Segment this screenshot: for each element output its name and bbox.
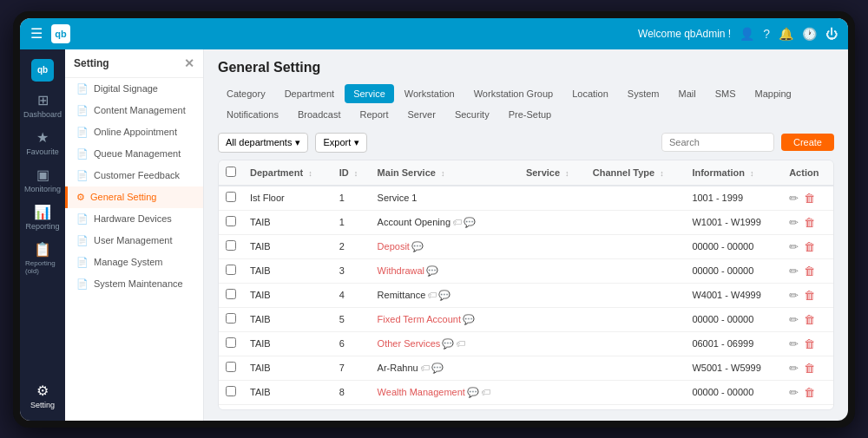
sidebar-item-monitoring[interactable]: ▣ Monitoring [23, 162, 62, 198]
nav-item-label: Manage System [94, 257, 162, 267]
notification-icon[interactable]: 🔔 [779, 27, 793, 41]
edit-icon[interactable]: ✏ [789, 386, 799, 399]
search-input[interactable] [661, 133, 774, 152]
row-action: ✏ 🗑 [782, 331, 833, 356]
tab-sms[interactable]: SMS [707, 84, 745, 103]
edit-icon[interactable]: ✏ [789, 192, 799, 205]
tab-system[interactable]: System [619, 84, 668, 103]
row-checkbox[interactable] [226, 386, 236, 396]
row-main-service[interactable]: Other Services💬🏷 [371, 331, 519, 356]
row-checkbox[interactable] [226, 337, 236, 348]
time-icon[interactable]: 🕐 [802, 27, 817, 41]
table-row: TAIB 5 Fixed Term Account💬 00000 - 00000… [219, 307, 833, 331]
tab-workstation-group[interactable]: Workstation Group [465, 84, 562, 103]
row-checkbox[interactable] [226, 240, 236, 251]
tab-workstation[interactable]: Workstation [396, 84, 464, 103]
hamburger-icon[interactable]: ☰ [30, 25, 43, 42]
th-action: Action [782, 160, 833, 186]
tab-mail[interactable]: Mail [669, 84, 704, 103]
tab-department[interactable]: Department [276, 84, 343, 103]
sidebar-item-favourite[interactable]: ★ Favourite [23, 125, 62, 160]
row-checkbox[interactable] [226, 289, 236, 299]
row-checkbox[interactable] [226, 265, 236, 275]
table-row: Ist Floor 1 Service 1 1001 - 1999 ✏ 🗑 [219, 186, 833, 211]
tab-report[interactable]: Report [351, 105, 397, 124]
row-service [519, 234, 586, 258]
row-main-service[interactable]: Deposit💬 [371, 234, 519, 258]
row-main-service[interactable]: ASNB [371, 404, 519, 410]
nav-item-user-management[interactable]: 📄 User Management [65, 230, 203, 252]
row-department: Ist Floor [243, 186, 332, 211]
delete-icon[interactable]: 🗑 [804, 216, 815, 229]
row-checkbox[interactable] [226, 313, 236, 324]
create-button[interactable]: Create [781, 134, 834, 151]
delete-icon[interactable]: 🗑 [804, 362, 815, 375]
sidebar-item-dashboard[interactable]: ⊞ Dashboard [23, 88, 62, 123]
select-all-checkbox[interactable] [226, 167, 236, 177]
row-department: TAIB [243, 258, 332, 283]
delete-icon[interactable]: 🗑 [804, 289, 815, 302]
tab-broadcast[interactable]: Broadcast [289, 105, 350, 124]
edit-icon[interactable]: ✏ [789, 265, 799, 278]
row-checkbox[interactable] [226, 216, 236, 226]
tab-category[interactable]: Category [218, 84, 274, 103]
row-main-service[interactable]: Withdrawal💬 [371, 258, 519, 283]
row-main-service[interactable]: Wealth Management💬🏷 [371, 380, 519, 404]
edit-icon[interactable]: ✏ [789, 337, 799, 350]
row-checkbox[interactable] [226, 362, 236, 372]
tab-notifications[interactable]: Notifications [218, 105, 287, 124]
nav-item-system-maintenance[interactable]: 📄 System Maintenance [65, 273, 203, 295]
nav-item-customer-feedback[interactable]: 📄 Customer Feedback [65, 165, 203, 186]
nav-item-online-appointment[interactable]: 📄 Online Appointment [65, 121, 203, 143]
row-checkbox[interactable] [226, 192, 236, 202]
tab-pre-setup[interactable]: Pre-Setup [500, 105, 561, 124]
delete-icon[interactable]: 🗑 [804, 240, 815, 253]
row-main-service[interactable]: Service 1 [371, 186, 519, 211]
row-information: 00000 - 00000 [685, 380, 782, 404]
row-service [519, 380, 586, 404]
sidebar-item-reporting-old[interactable]: 📋 Reporting (old) [23, 237, 62, 279]
power-icon[interactable]: ⏻ [825, 27, 838, 41]
sidebar-item-reporting[interactable]: 📊 Reporting [23, 199, 62, 235]
tab-bar: Category Department Service Workstation … [218, 84, 834, 124]
departments-dropdown[interactable]: All departments ▾ [218, 133, 308, 153]
edit-icon[interactable]: ✏ [789, 362, 799, 375]
user-management-icon: 📄 [76, 235, 89, 246]
row-main-service[interactable]: Account Opening🏷💬 [371, 210, 519, 234]
delete-icon[interactable]: 🗑 [804, 386, 815, 399]
export-dropdown[interactable]: Export ▾ [315, 133, 367, 153]
nav-item-general-setting[interactable]: ⚙ General Setting [65, 186, 203, 208]
edit-icon[interactable]: ✏ [789, 216, 799, 229]
user-icon[interactable]: 👤 [740, 27, 754, 41]
row-information: 00000 - 00000 [685, 307, 782, 331]
row-main-service[interactable]: Ar-Rahnu🏷💬 [371, 356, 519, 380]
tab-service[interactable]: Service [345, 84, 394, 103]
nav-item-label: System Maintenance [94, 278, 183, 289]
edit-icon[interactable]: ✏ [789, 289, 799, 302]
delete-icon[interactable]: 🗑 [804, 313, 815, 326]
row-checkbox-cell [219, 404, 243, 410]
nav-item-manage-system[interactable]: 📄 Manage System [65, 252, 203, 273]
edit-icon[interactable]: ✏ [789, 240, 799, 253]
edit-icon[interactable]: ✏ [789, 313, 799, 326]
delete-icon[interactable]: 🗑 [804, 337, 815, 350]
tab-server[interactable]: Server [398, 105, 444, 124]
row-main-service[interactable]: Remittance🏷💬 [371, 283, 519, 307]
sidebar-item-setting[interactable]: ⚙ Setting [23, 378, 62, 414]
nav-item-hardware-devices[interactable]: 📄 Hardware Devices [65, 208, 203, 230]
nav-item-content-management[interactable]: 📄 Content Management [65, 100, 203, 121]
row-main-service[interactable]: Fixed Term Account💬 [371, 307, 519, 331]
delete-icon[interactable]: 🗑 [804, 265, 815, 278]
delete-icon[interactable]: 🗑 [804, 192, 815, 205]
row-action: ✏ 🗑 [782, 210, 833, 234]
help-icon[interactable]: ? [763, 27, 770, 41]
nav-item-digital-signage[interactable]: 📄 Digital Signage [65, 78, 203, 100]
tab-location[interactable]: Location [563, 84, 617, 103]
nav-close-icon[interactable]: ✕ [184, 56, 194, 70]
row-information: 1001 - 1999 [685, 186, 782, 211]
tab-mapping[interactable]: Mapping [746, 84, 800, 103]
row-service [519, 186, 586, 211]
nav-item-queue-management[interactable]: 📄 Queue Management [65, 143, 203, 165]
tab-security[interactable]: Security [446, 105, 498, 124]
row-id: 2 [332, 234, 371, 258]
